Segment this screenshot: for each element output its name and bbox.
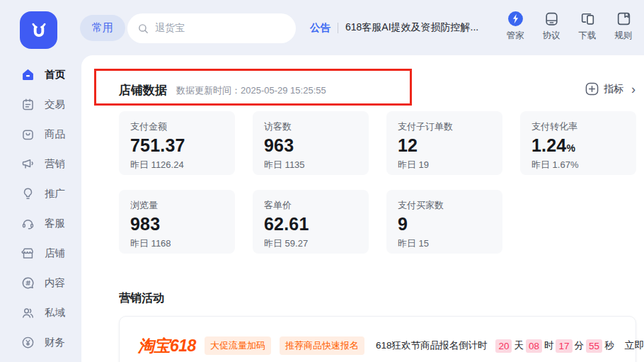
metric-label: 支付买家数 [398,199,491,212]
rules-button[interactable]: 规则 [609,10,638,42]
countdown-hours: 08 [526,339,542,353]
search-placeholder: 退货宝 [155,22,185,35]
sidebar-item-label: 首页 [45,68,65,81]
metric-card-page-views[interactable]: 浏览量 983 昨日 1168 [119,190,235,254]
sidebar-nav: 首页 交易 商品 营销 [0,60,81,357]
download-button[interactable]: 下载 [573,10,602,42]
marketing-section-title: 营销活动 [119,291,164,306]
metrics-config-button[interactable]: 指标 › [585,82,636,96]
metric-label: 浏览量 [130,199,224,212]
sidebar-item-finance[interactable]: 财务 [0,327,81,357]
metric-label: 支付金额 [130,120,224,133]
agreement-label: 协议 [543,30,560,42]
assistant-label: 管家 [507,30,524,42]
bag-icon [21,127,35,142]
red-annotation-box [94,69,412,106]
sidebar-item-label: 私域 [45,306,65,319]
metric-yesterday: 昨日 1135 [264,159,357,171]
sidebar-item-private-domain[interactable]: 私域 [0,298,81,327]
sidebar-item-label: 内容 [45,276,65,290]
rules-label: 规则 [615,30,633,42]
banner-tag: 大促流量加码 [205,336,271,355]
metric-value: 1.24% [531,135,625,156]
metric-yesterday: 昨日 59.27 [264,237,357,250]
taobao-618-logo: 淘宝618 [138,335,196,357]
metric-value: 983 [130,214,224,234]
megaphone-icon [21,157,35,171]
bull-icon [27,18,51,43]
sidebar-item-marketing[interactable]: 营销 [0,149,81,179]
banner-tag: 推荐商品快速报名 [280,336,364,355]
announcement-text: 618客服AI提效及资损防控解... [345,21,478,34]
metrics-button-label: 指标 [604,83,623,96]
sidebar-item-content[interactable]: 内容 [0,268,81,298]
signup-now-button[interactable]: 立即报名 › [625,339,644,352]
sidebar-item-home[interactable]: 首页 [0,60,81,89]
metric-yesterday: 昨日 15 [398,237,491,250]
metric-cards-row-1: 支付金额 751.37 昨日 1126.24 访客数 963 昨日 1135 支… [119,111,636,175]
metric-yesterday: 昨日 1126.24 [130,159,224,171]
announcement-label: 公告 [310,21,330,35]
divider [338,23,338,33]
rules-icon [615,10,633,28]
qianniu-logo[interactable] [20,11,57,49]
metric-card-paying-buyers[interactable]: 支付买家数 9 昨日 15 [386,190,502,254]
assistant-button[interactable]: 管家 [500,10,530,42]
sidebar-item-label: 店铺 [45,247,65,260]
quick-access-button[interactable]: 常用 [80,15,125,41]
sidebar-item-customer-service[interactable]: 客服 [0,208,81,238]
metric-card-sub-orders[interactable]: 支付子订单数 12 昨日 19 [386,111,502,175]
metric-value: 62.61 [264,214,357,234]
chevron-right-icon: › [631,84,636,94]
metric-label: 支付子订单数 [398,120,491,133]
download-icon [579,10,597,28]
agreement-icon [543,10,560,28]
countdown-seconds: 55 [586,339,602,353]
countdown-minutes: 17 [556,339,572,353]
metric-card-avg-order-value[interactable]: 客单价 62.61 昨日 59.27 [253,190,369,254]
users-icon [21,305,35,320]
sidebar-item-products[interactable]: 商品 [0,119,81,149]
quick-access-label: 常用 [92,21,113,35]
headset-icon [21,216,35,231]
sidebar-item-label: 客服 [45,217,65,230]
agreement-button[interactable]: 协议 [536,10,566,42]
plus-square-icon [585,82,599,96]
metric-card-visitors[interactable]: 访客数 963 昨日 1135 [253,111,369,175]
home-icon [21,67,35,82]
metric-card-conversion-rate[interactable]: 支付转化率 1.24% 昨日 1.67% [520,111,636,175]
sidebar-item-label: 财务 [45,336,65,349]
sidebar-item-label: 推广 [45,187,65,200]
metric-label: 客单价 [264,199,357,212]
metric-label: 支付转化率 [531,120,625,133]
metric-value: 963 [264,135,357,156]
sidebar-item-promotion[interactable]: 推广 [0,179,81,208]
marketing-618-banner[interactable]: 淘宝618 大促流量加码 推荐商品快速报名 618狂欢节商品报名倒计时 20 天… [119,316,636,362]
topbar: 常用 退货宝 公告 618客服AI提效及资损防控解... 管家 [0,0,644,55]
download-label: 下载 [579,30,597,42]
signup-now-label: 立即报名 [625,339,644,352]
topbar-icon-group: 管家 协议 下载 [500,10,638,42]
sidebar-item-label: 商品 [45,128,65,141]
sidebar-item-label: 营销 [45,157,65,171]
metric-value: 12 [398,135,491,156]
sidebar-item-orders[interactable]: 交易 [0,89,81,119]
metric-card-pay-amount[interactable]: 支付金额 751.37 昨日 1126.24 [119,111,235,175]
countdown-unit: 秒 [604,339,614,352]
sidebar-item-shop[interactable]: 店铺 [0,238,81,268]
storefront-icon [21,246,35,261]
search-icon [137,23,149,35]
assistant-icon [507,10,524,28]
metric-cards-row-2: 浏览量 983 昨日 1168 客单价 62.61 昨日 59.27 支付买家数… [119,190,502,254]
metric-yesterday: 昨日 1168 [130,237,224,250]
search-input[interactable]: 退货宝 [127,13,296,43]
countdown-timer: 20 天 08 时 17 分 55 秒 [495,339,616,353]
metric-value: 751.37 [130,135,224,156]
sidebar-item-label: 交易 [45,98,65,111]
hashtag-bubble-icon [21,276,35,290]
countdown-unit: 天 [514,339,524,352]
order-icon [21,97,35,112]
countdown-unit: 分 [575,339,585,352]
yuan-icon [21,335,35,350]
announcement-bar[interactable]: 公告 618客服AI提效及资损防控解... [310,0,478,55]
